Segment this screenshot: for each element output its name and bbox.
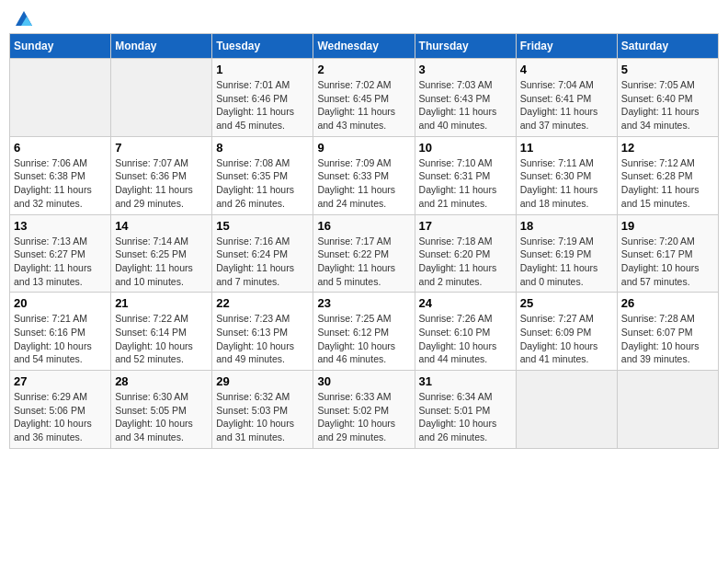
day-number: 27	[14, 374, 107, 388]
calendar-cell: 2Sunrise: 7:02 AMSunset: 6:45 PMDaylight…	[313, 59, 415, 137]
calendar-cell: 11Sunrise: 7:11 AMSunset: 6:30 PMDayligh…	[516, 136, 617, 214]
day-info: Sunrise: 7:17 AMSunset: 6:22 PMDaylight:…	[317, 235, 410, 289]
day-number: 21	[115, 296, 208, 310]
calendar-cell: 10Sunrise: 7:10 AMSunset: 6:31 PMDayligh…	[415, 136, 516, 214]
weekday-header: Friday	[516, 34, 617, 59]
calendar-cell: 28Sunrise: 6:30 AMSunset: 5:05 PMDayligh…	[111, 371, 212, 449]
page-header	[9, 9, 719, 26]
day-number: 5	[621, 63, 714, 76]
day-info: Sunrise: 6:34 AMSunset: 5:01 PMDaylight:…	[419, 390, 512, 444]
weekday-header: Monday	[111, 34, 212, 59]
calendar-table: SundayMondayTuesdayWednesdayThursdayFrid…	[9, 33, 719, 449]
calendar-cell: 17Sunrise: 7:18 AMSunset: 6:20 PMDayligh…	[415, 214, 516, 293]
calendar-cell: 25Sunrise: 7:27 AMSunset: 6:09 PMDayligh…	[516, 293, 617, 371]
day-number: 23	[317, 296, 410, 310]
day-info: Sunrise: 6:33 AMSunset: 5:02 PMDaylight:…	[317, 390, 410, 444]
calendar-cell	[516, 371, 617, 449]
weekday-header: Thursday	[415, 34, 516, 59]
day-number: 22	[216, 296, 309, 310]
day-number: 8	[216, 141, 309, 155]
day-number: 10	[419, 141, 512, 155]
logo	[13, 9, 35, 26]
calendar-cell: 14Sunrise: 7:14 AMSunset: 6:25 PMDayligh…	[111, 214, 212, 293]
day-number: 6	[14, 141, 107, 155]
calendar-cell: 1Sunrise: 7:01 AMSunset: 6:46 PMDaylight…	[212, 59, 313, 137]
day-info: Sunrise: 7:09 AMSunset: 6:33 PMDaylight:…	[317, 156, 410, 211]
calendar-cell: 6Sunrise: 7:06 AMSunset: 6:38 PMDaylight…	[10, 136, 111, 214]
calendar-week-row: 6Sunrise: 7:06 AMSunset: 6:38 PMDaylight…	[10, 136, 719, 214]
day-number: 24	[419, 296, 512, 310]
weekday-header: Wednesday	[313, 34, 415, 59]
day-number: 19	[621, 219, 714, 233]
day-number: 9	[317, 141, 410, 155]
day-info: Sunrise: 7:26 AMSunset: 6:10 PMDaylight:…	[419, 312, 512, 366]
day-number: 28	[115, 374, 208, 388]
day-number: 26	[621, 296, 714, 310]
day-number: 12	[621, 141, 714, 155]
day-number: 20	[14, 296, 107, 310]
calendar-cell: 8Sunrise: 7:08 AMSunset: 6:35 PMDaylight…	[212, 136, 313, 214]
day-number: 4	[520, 63, 613, 76]
day-number: 18	[520, 219, 613, 233]
day-info: Sunrise: 7:08 AMSunset: 6:35 PMDaylight:…	[216, 156, 309, 211]
day-info: Sunrise: 7:10 AMSunset: 6:31 PMDaylight:…	[419, 156, 512, 211]
day-number: 15	[216, 219, 309, 233]
calendar-cell	[617, 371, 718, 449]
calendar-week-row: 20Sunrise: 7:21 AMSunset: 6:16 PMDayligh…	[10, 293, 719, 371]
day-number: 29	[216, 374, 309, 388]
logo-icon	[14, 9, 34, 29]
calendar-cell: 27Sunrise: 6:29 AMSunset: 5:06 PMDayligh…	[10, 371, 111, 449]
calendar-cell: 3Sunrise: 7:03 AMSunset: 6:43 PMDaylight…	[415, 59, 516, 137]
calendar-cell: 30Sunrise: 6:33 AMSunset: 5:02 PMDayligh…	[313, 371, 415, 449]
day-number: 13	[14, 219, 107, 233]
day-info: Sunrise: 7:04 AMSunset: 6:41 PMDaylight:…	[520, 78, 613, 132]
day-number: 2	[317, 63, 410, 76]
calendar-cell: 21Sunrise: 7:22 AMSunset: 6:14 PMDayligh…	[111, 293, 212, 371]
calendar-cell: 18Sunrise: 7:19 AMSunset: 6:19 PMDayligh…	[516, 214, 617, 293]
day-info: Sunrise: 7:13 AMSunset: 6:27 PMDaylight:…	[14, 235, 107, 289]
calendar-week-row: 13Sunrise: 7:13 AMSunset: 6:27 PMDayligh…	[10, 214, 719, 293]
calendar-cell	[10, 59, 111, 137]
calendar-cell: 22Sunrise: 7:23 AMSunset: 6:13 PMDayligh…	[212, 293, 313, 371]
calendar-cell: 4Sunrise: 7:04 AMSunset: 6:41 PMDaylight…	[516, 59, 617, 137]
calendar-week-row: 1Sunrise: 7:01 AMSunset: 6:46 PMDaylight…	[10, 59, 719, 137]
day-info: Sunrise: 7:18 AMSunset: 6:20 PMDaylight:…	[419, 235, 512, 289]
calendar-cell: 23Sunrise: 7:25 AMSunset: 6:12 PMDayligh…	[313, 293, 415, 371]
day-number: 16	[317, 219, 410, 233]
calendar-cell: 12Sunrise: 7:12 AMSunset: 6:28 PMDayligh…	[617, 136, 718, 214]
day-number: 25	[520, 296, 613, 310]
calendar-cell: 15Sunrise: 7:16 AMSunset: 6:24 PMDayligh…	[212, 214, 313, 293]
day-info: Sunrise: 7:21 AMSunset: 6:16 PMDaylight:…	[14, 312, 107, 366]
day-info: Sunrise: 7:27 AMSunset: 6:09 PMDaylight:…	[520, 312, 613, 366]
day-number: 7	[115, 141, 208, 155]
day-info: Sunrise: 6:30 AMSunset: 5:05 PMDaylight:…	[115, 390, 208, 444]
day-info: Sunrise: 7:12 AMSunset: 6:28 PMDaylight:…	[621, 156, 714, 211]
day-number: 30	[317, 374, 410, 388]
weekday-header-row: SundayMondayTuesdayWednesdayThursdayFrid…	[10, 34, 719, 59]
calendar-cell: 31Sunrise: 6:34 AMSunset: 5:01 PMDayligh…	[415, 371, 516, 449]
day-info: Sunrise: 7:06 AMSunset: 6:38 PMDaylight:…	[14, 156, 107, 211]
day-number: 11	[520, 141, 613, 155]
day-info: Sunrise: 7:23 AMSunset: 6:13 PMDaylight:…	[216, 312, 309, 366]
weekday-header: Tuesday	[212, 34, 313, 59]
calendar-cell: 9Sunrise: 7:09 AMSunset: 6:33 PMDaylight…	[313, 136, 415, 214]
day-number: 1	[216, 63, 309, 76]
day-info: Sunrise: 7:05 AMSunset: 6:40 PMDaylight:…	[621, 78, 714, 132]
calendar-cell: 29Sunrise: 6:32 AMSunset: 5:03 PMDayligh…	[212, 371, 313, 449]
calendar-cell: 26Sunrise: 7:28 AMSunset: 6:07 PMDayligh…	[617, 293, 718, 371]
calendar-cell: 16Sunrise: 7:17 AMSunset: 6:22 PMDayligh…	[313, 214, 415, 293]
calendar-cell: 19Sunrise: 7:20 AMSunset: 6:17 PMDayligh…	[617, 214, 718, 293]
day-number: 3	[419, 63, 512, 76]
day-info: Sunrise: 7:28 AMSunset: 6:07 PMDaylight:…	[621, 312, 714, 366]
calendar-cell: 20Sunrise: 7:21 AMSunset: 6:16 PMDayligh…	[10, 293, 111, 371]
weekday-header: Sunday	[10, 34, 111, 59]
calendar-week-row: 27Sunrise: 6:29 AMSunset: 5:06 PMDayligh…	[10, 371, 719, 449]
day-number: 31	[419, 374, 512, 388]
day-number: 14	[115, 219, 208, 233]
day-info: Sunrise: 7:20 AMSunset: 6:17 PMDaylight:…	[621, 235, 714, 289]
calendar-cell	[111, 59, 212, 137]
day-info: Sunrise: 7:25 AMSunset: 6:12 PMDaylight:…	[317, 312, 410, 366]
day-info: Sunrise: 7:01 AMSunset: 6:46 PMDaylight:…	[216, 78, 309, 132]
day-info: Sunrise: 7:22 AMSunset: 6:14 PMDaylight:…	[115, 312, 208, 366]
calendar-cell: 5Sunrise: 7:05 AMSunset: 6:40 PMDaylight…	[617, 59, 718, 137]
